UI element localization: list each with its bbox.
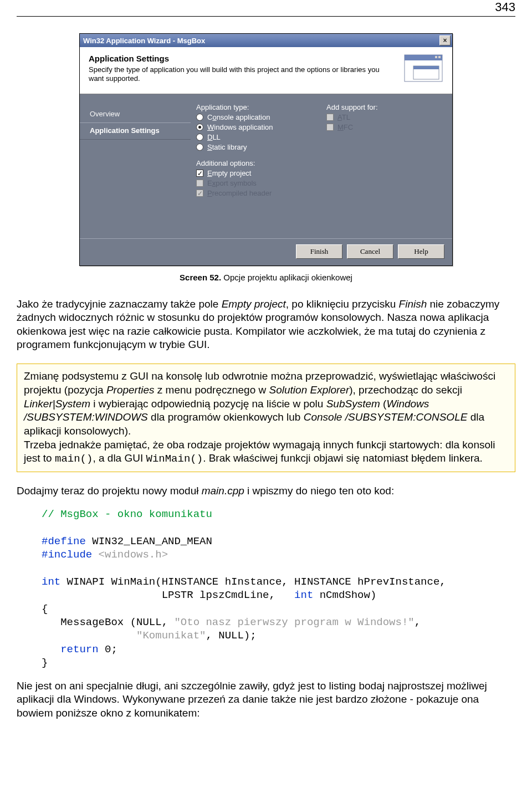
titlebar: Win32 Application Wizard - MsgBox × [80,34,452,47]
page-number: 343 [17,0,515,17]
sidebar-item-application-settings[interactable]: Application Settings [80,122,191,140]
figure-caption: Screen 52. Opcje projektu aplikacji okie… [17,273,515,282]
radio-label: Static library [207,143,247,151]
banner-description: Specify the type of application you will… [89,65,392,84]
wizard-window: Win32 Application Wizard - MsgBox × Appl… [79,33,453,266]
application-type-label: Application type: [196,103,310,111]
checkbox-export-symbols: Export symbols [196,179,310,187]
checkbox-empty-project[interactable]: ✓ Empty project [196,169,310,177]
checkbox-icon: ✓ [196,190,203,197]
help-button[interactable]: Help [398,244,444,259]
checkbox-label: ATL [337,113,350,121]
code-listing: // MsgBox - okno komunikatu #define WIN3… [42,508,515,669]
checkbox-icon [326,114,334,121]
radio-icon [196,144,203,151]
close-icon[interactable]: × [439,35,451,45]
banner-title: Application Settings [89,54,392,63]
finish-button[interactable]: Finish [296,244,342,259]
paragraph-3: Nie jest on ani specjalnie długi, ani sz… [17,679,515,720]
paragraph-1: Jako że tradycyjnie zaznaczamy także pol… [17,298,515,351]
checkbox-icon [196,180,203,187]
checkbox-atl: ATL [326,113,440,121]
radio-icon [196,114,203,121]
banner-illustration-icon [403,54,443,86]
svg-rect-5 [413,66,439,69]
additional-options-label: Additional options: [196,159,310,167]
wizard-sidebar: Overview Application Settings [80,94,191,238]
checkbox-icon: ✓ [196,170,203,177]
banner: Application Settings Specify the type of… [80,47,452,94]
cancel-button[interactable]: Cancel [347,244,393,259]
radio-windows-application[interactable]: Windows application [196,123,310,131]
checkbox-label: Precompiled header [207,189,272,197]
radio-dll[interactable]: DLL [196,133,310,141]
radio-icon [196,124,203,131]
sidebar-item-overview[interactable]: Overview [80,106,191,122]
checkbox-label: Empty project [207,169,251,177]
checkbox-label: MFC [337,123,353,131]
tip-box: Zmianę podsystemu z GUI na konsolę lub o… [17,364,515,472]
radio-label: Windows application [207,123,273,131]
checkbox-mfc: MFC [326,123,440,131]
wizard-footer: Finish Cancel Help [80,238,452,265]
radio-label: Console application [207,113,270,121]
radio-icon [196,134,203,141]
wizard-form: Application type: Console application Wi… [191,94,452,238]
window-title: Win32 Application Wizard - MsgBox [83,37,205,45]
svg-rect-3 [438,56,441,58]
paragraph-2: Dodajmy teraz do projektu nowy moduł mai… [17,484,515,498]
checkbox-icon [326,124,334,131]
radio-console-application[interactable]: Console application [196,113,310,121]
radio-static-library[interactable]: Static library [196,143,310,151]
svg-rect-2 [435,56,437,58]
radio-label: DLL [207,133,221,141]
add-support-label: Add support for: [326,103,440,111]
checkbox-label: Export symbols [207,179,257,187]
checkbox-precompiled-header: ✓ Precompiled header [196,189,310,197]
